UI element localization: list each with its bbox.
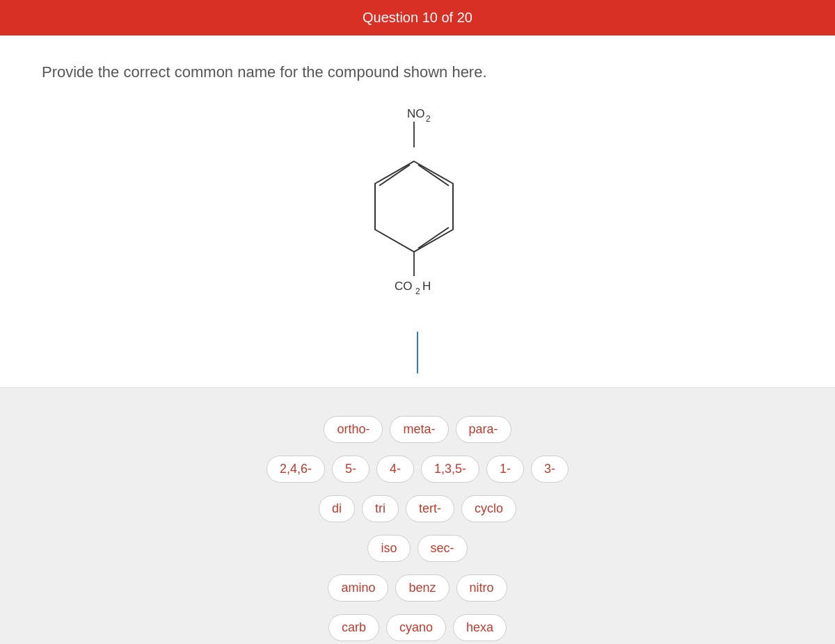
chip-hexa[interactable]: hexa bbox=[453, 614, 507, 641]
chip-meta[interactable]: meta- bbox=[390, 416, 448, 443]
question-text: Provide the correct common name for the … bbox=[42, 63, 793, 81]
word-row-1: 2,4,6-5-4-1,3,5-1-3- bbox=[267, 456, 568, 483]
question-area: Provide the correct common name for the … bbox=[0, 35, 835, 387]
chip-1[interactable]: 1- bbox=[486, 456, 524, 483]
svg-text:2: 2 bbox=[415, 287, 420, 296]
word-row-3: isosec- bbox=[367, 535, 467, 562]
svg-line-6 bbox=[379, 165, 410, 186]
word-row-4: aminobenznitro bbox=[328, 574, 507, 602]
text-cursor bbox=[417, 332, 418, 373]
svg-text:NO: NO bbox=[407, 107, 425, 120]
chip-amino[interactable]: amino bbox=[328, 574, 388, 602]
chip-sec[interactable]: sec- bbox=[418, 535, 468, 562]
question-header: Question 10 of 20 bbox=[0, 0, 835, 35]
word-row-2: ditritert-cyclo bbox=[319, 495, 516, 522]
chip-cyclo[interactable]: cyclo bbox=[461, 495, 516, 522]
answer-area: ortho-meta-para-2,4,6-5-4-1,3,5-1-3-ditr… bbox=[0, 388, 835, 644]
svg-text:H: H bbox=[422, 280, 431, 293]
word-bank: ortho-meta-para-2,4,6-5-4-1,3,5-1-3-ditr… bbox=[0, 416, 835, 641]
svg-marker-3 bbox=[375, 161, 453, 252]
chip-4[interactable]: 4- bbox=[376, 456, 414, 483]
chip-para[interactable]: para- bbox=[456, 416, 511, 443]
chip-246[interactable]: 2,4,6- bbox=[267, 456, 325, 483]
chip-di[interactable]: di bbox=[319, 495, 355, 522]
chip-benz[interactable]: benz bbox=[395, 574, 449, 602]
chip-3[interactable]: 3- bbox=[531, 456, 568, 483]
chip-135[interactable]: 1,3,5- bbox=[421, 456, 479, 483]
svg-text:CO: CO bbox=[395, 280, 413, 293]
chip-cyano[interactable]: cyano bbox=[386, 614, 446, 641]
word-row-5: carbcyanohexa bbox=[328, 614, 507, 641]
chip-5[interactable]: 5- bbox=[332, 456, 369, 483]
chip-tri[interactable]: tri bbox=[362, 495, 399, 522]
svg-text:2: 2 bbox=[426, 114, 431, 124]
compound-svg: NO 2 CO bbox=[327, 102, 508, 325]
chip-ortho[interactable]: ortho- bbox=[324, 416, 383, 443]
chip-iso[interactable]: iso bbox=[367, 535, 410, 562]
word-row-0: ortho-meta-para- bbox=[324, 416, 511, 443]
svg-line-5 bbox=[418, 227, 449, 248]
svg-line-4 bbox=[418, 165, 449, 186]
chip-tert[interactable]: tert- bbox=[406, 495, 454, 522]
chip-carb[interactable]: carb bbox=[328, 614, 379, 641]
cursor-area bbox=[42, 325, 793, 387]
chip-nitro[interactable]: nitro bbox=[456, 574, 507, 602]
chemistry-diagram: NO 2 CO bbox=[42, 102, 793, 325]
question-progress: Question 10 of 20 bbox=[363, 10, 472, 25]
